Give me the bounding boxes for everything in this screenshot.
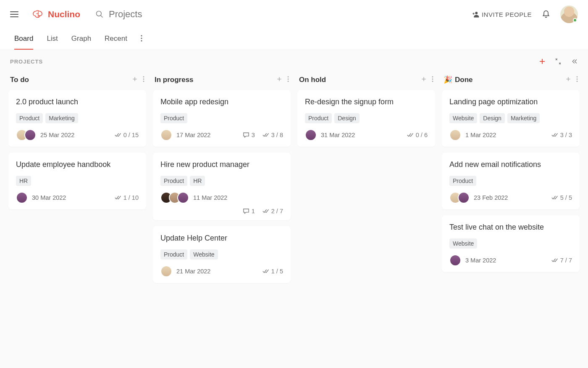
search[interactable] (95, 9, 472, 20)
column-title: In progress (155, 76, 194, 84)
card-meta-right: 7 / 7 (551, 257, 572, 264)
add-column-button[interactable] (538, 58, 546, 65)
logo-text: Nuclino (48, 9, 80, 19)
avatar (449, 254, 461, 266)
card-title: 2.0 product launch (16, 98, 139, 106)
card-meta-left: 23 Feb 2022 (449, 192, 508, 204)
card-assignees (16, 129, 36, 141)
card[interactable]: Update employee handbookHR30 Mar 20221 /… (8, 153, 146, 209)
tag: Marketing (507, 113, 540, 123)
column-more-button[interactable] (576, 75, 578, 84)
user-avatar[interactable] (560, 5, 578, 23)
card-assignees (160, 129, 172, 141)
card-date: 21 Mar 2022 (176, 268, 210, 275)
board-column: In progressMobile app redesignProduct17 … (153, 73, 291, 289)
column-header: To do (8, 73, 146, 90)
card-tags: ProductDesign (305, 113, 428, 123)
tag: Product (16, 113, 43, 123)
column-header: In progress (153, 73, 291, 90)
board-header: PROJECTS (0, 50, 588, 69)
invite-people-button[interactable]: INVITE PEOPLE (472, 11, 532, 18)
card-title: Update employee handbook (16, 160, 139, 169)
presence-indicator (573, 18, 577, 22)
collapse-panel-button[interactable] (570, 58, 578, 65)
column-more-button[interactable] (287, 75, 289, 84)
card-title: Add new email notifications (449, 160, 572, 169)
card-tags: WebsiteDesignMarketing (449, 113, 572, 123)
column-header: 🎉Done (442, 73, 580, 90)
avatar (24, 129, 36, 141)
card[interactable]: Mobile app redesignProduct17 Mar 202233 … (153, 90, 291, 147)
tag: Product (160, 176, 187, 186)
add-card-button[interactable] (276, 75, 282, 84)
card-date: 11 Mar 2022 (193, 194, 227, 201)
svg-point-15 (288, 76, 289, 77)
card-meta-right: 3 / 3 (551, 132, 572, 138)
card[interactable]: Add new email notificationsProduct23 Feb… (442, 153, 580, 209)
column-more-button[interactable] (432, 75, 433, 84)
column-actions (421, 75, 433, 84)
card[interactable]: Test live chat on the websiteWebsite3 Ma… (442, 215, 580, 272)
compact-view-button[interactable] (554, 58, 562, 65)
add-card-button[interactable] (132, 75, 138, 84)
column-actions (132, 75, 144, 84)
svg-point-2 (475, 12, 478, 14)
card[interactable]: Hire new product managerProductHR11 Mar … (153, 153, 291, 220)
search-input[interactable] (109, 9, 193, 20)
tag: HR (190, 176, 205, 186)
tab-list[interactable]: List (47, 29, 58, 50)
card-assignees (449, 192, 470, 204)
add-person-icon (472, 11, 479, 18)
notifications-icon[interactable] (542, 10, 550, 19)
card[interactable]: Update Help CenterProductWebsite21 Mar 2… (153, 226, 291, 283)
card-meta-left: 25 Mar 2022 (16, 129, 74, 141)
brain-icon (32, 9, 45, 19)
card[interactable]: 2.0 product launchProductMarketing25 Mar… (8, 90, 146, 147)
tab-recent[interactable]: Recent (105, 29, 127, 50)
card-date: 23 Feb 2022 (474, 194, 508, 201)
card-meta-right: 0 / 15 (115, 132, 139, 138)
logo[interactable]: Nuclino (32, 9, 80, 19)
tasks-count: 3 / 3 (551, 132, 572, 138)
tasks-count: 0 / 15 (115, 132, 139, 138)
card-meta-left: 3 Mar 2022 (449, 254, 496, 266)
tag: Design (334, 113, 360, 123)
tasks-count: 7 / 7 (551, 257, 572, 264)
card-assignees (160, 265, 172, 277)
card-meta-left: 21 Mar 2022 (160, 265, 210, 277)
column-actions (276, 75, 289, 84)
card-footer: 25 Mar 20220 / 15 (16, 129, 139, 141)
search-icon (95, 10, 104, 19)
card-meta-left: 31 Mar 2022 (305, 129, 355, 141)
tag: Product (160, 113, 187, 123)
tag: Product (449, 176, 476, 186)
card-footer: 17 Mar 202233 / 8 (160, 129, 283, 141)
card-meta-right: 33 / 8 (243, 132, 283, 138)
tab-board[interactable]: Board (14, 29, 33, 50)
add-card-button[interactable] (421, 75, 427, 84)
card[interactable]: Re-design the signup formProductDesign31… (297, 90, 435, 147)
tag: Website (190, 249, 218, 259)
tab-graph[interactable]: Graph (71, 29, 91, 50)
tabs-more-button[interactable] (141, 35, 142, 43)
topbar-right: INVITE PEOPLE (472, 5, 578, 23)
card-footer: 3 Mar 20227 / 7 (449, 254, 572, 266)
card-tags: ProductWebsite (160, 249, 283, 259)
svg-point-5 (141, 40, 142, 41)
card-tags: Website (449, 238, 572, 249)
card-date: 1 Mar 2022 (465, 132, 496, 138)
vertical-dots-icon (141, 35, 142, 42)
card-tags: HR (16, 176, 139, 186)
card-assignees (305, 129, 317, 141)
add-card-button[interactable] (565, 75, 571, 84)
card-title: Landing page optimization (449, 98, 572, 106)
board-column: On holdRe-design the signup formProductD… (297, 73, 435, 289)
card[interactable]: Landing page optimizationWebsiteDesignMa… (442, 90, 580, 147)
card-title: Re-design the signup form (305, 98, 428, 106)
card-tags: Product (449, 176, 572, 186)
column-title-text: Done (455, 76, 473, 84)
card-assignees (449, 254, 461, 266)
menu-button[interactable] (10, 9, 20, 19)
column-more-button[interactable] (143, 75, 144, 84)
svg-point-12 (143, 81, 144, 82)
